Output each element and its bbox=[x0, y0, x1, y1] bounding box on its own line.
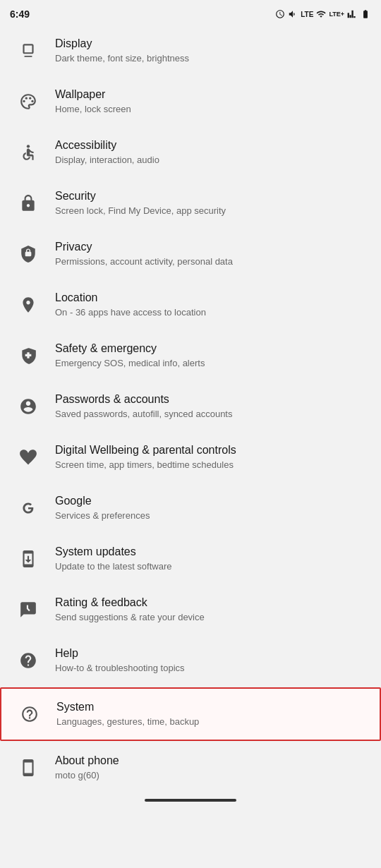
item-text-passwords: Passwords & accounts Saved passwords, au… bbox=[55, 392, 368, 421]
item-subtitle-location: On - 36 apps have access to location bbox=[55, 307, 368, 319]
item-subtitle-rating: Send suggestions & rate your device bbox=[55, 612, 368, 624]
settings-item-location[interactable]: Location On - 36 apps have access to loc… bbox=[0, 279, 381, 330]
system-updates-icon bbox=[13, 543, 44, 574]
settings-item-rating[interactable]: Rating & feedback Send suggestions & rat… bbox=[0, 584, 381, 635]
lte-icon: LTE bbox=[301, 11, 313, 18]
item-title-passwords: Passwords & accounts bbox=[55, 392, 368, 407]
settings-item-display[interactable]: Display Dark theme, font size, brightnes… bbox=[0, 25, 381, 76]
item-text-security: Security Screen lock, Find My Device, ap… bbox=[55, 189, 368, 217]
item-title-system: System bbox=[56, 700, 367, 715]
item-title-digital-wellbeing: Digital Wellbeing & parental controls bbox=[55, 443, 368, 458]
item-title-display: Display bbox=[55, 37, 368, 52]
item-text-location: Location On - 36 apps have access to loc… bbox=[55, 291, 368, 319]
status-time: 6:49 bbox=[10, 8, 30, 20]
alarm-icon bbox=[275, 9, 285, 19]
accessibility-icon bbox=[13, 137, 44, 168]
item-subtitle-system: Languages, gestures, time, backup bbox=[56, 716, 367, 728]
status-bar: 6:49 LTE LTE+ bbox=[0, 0, 381, 25]
help-icon bbox=[13, 645, 44, 676]
wellbeing-icon bbox=[13, 442, 44, 473]
item-subtitle-help: How-to & troubleshooting topics bbox=[55, 663, 368, 675]
item-title-about-phone: About phone bbox=[55, 754, 368, 768]
item-text-about-phone: About phone moto g(60) bbox=[55, 754, 368, 782]
settings-item-digital-wellbeing[interactable]: Digital Wellbeing & parental controls Sc… bbox=[0, 432, 381, 483]
settings-item-google[interactable]: Google Services & preferences bbox=[0, 483, 381, 534]
svg-point-2 bbox=[25, 97, 28, 100]
item-title-system-updates: System updates bbox=[55, 545, 368, 560]
settings-item-system[interactable]: System Languages, gestures, time, backup bbox=[0, 687, 381, 741]
item-subtitle-passwords: Saved passwords, autofill, synced accoun… bbox=[55, 409, 368, 421]
settings-item-about-phone[interactable]: About phone moto g(60) bbox=[0, 742, 381, 793]
item-subtitle-google: Services & preferences bbox=[55, 510, 368, 522]
safety-icon bbox=[13, 340, 44, 371]
item-title-safety: Safety & emergency bbox=[55, 342, 368, 356]
item-text-wallpaper: Wallpaper Home, lock screen bbox=[55, 88, 368, 116]
item-text-rating: Rating & feedback Send suggestions & rat… bbox=[55, 596, 368, 624]
item-text-safety: Safety & emergency Emergency SOS, medica… bbox=[55, 342, 368, 370]
settings-item-system-updates[interactable]: System updates Update to the latest soft… bbox=[0, 534, 381, 584]
item-subtitle-wallpaper: Home, lock screen bbox=[55, 104, 368, 116]
status-icons: LTE LTE+ bbox=[275, 9, 371, 19]
item-subtitle-system-updates: Update to the latest software bbox=[55, 561, 368, 573]
item-title-security: Security bbox=[55, 189, 368, 204]
item-subtitle-privacy: Permissions, account activity, personal … bbox=[55, 256, 368, 268]
system-icon bbox=[14, 699, 45, 730]
security-icon bbox=[13, 188, 44, 219]
item-title-help: Help bbox=[55, 646, 368, 661]
item-subtitle-digital-wellbeing: Screen time, app timers, bedtime schedul… bbox=[55, 459, 368, 471]
item-text-help: Help How-to & troubleshooting topics bbox=[55, 646, 368, 675]
item-subtitle-safety: Emergency SOS, medical info, alerts bbox=[55, 358, 368, 370]
settings-item-privacy[interactable]: Privacy Permissions, account activity, p… bbox=[0, 229, 381, 279]
settings-item-security[interactable]: Security Screen lock, Find My Device, ap… bbox=[0, 178, 381, 229]
item-subtitle-about-phone: moto g(60) bbox=[55, 770, 368, 782]
item-subtitle-display: Dark theme, font size, brightness bbox=[55, 53, 368, 65]
display-icon bbox=[13, 35, 44, 66]
passwords-icon bbox=[13, 391, 44, 422]
svg-point-1 bbox=[23, 100, 25, 102]
item-text-digital-wellbeing: Digital Wellbeing & parental controls Sc… bbox=[55, 443, 368, 471]
signal-icon bbox=[347, 9, 357, 19]
settings-item-wallpaper[interactable]: Wallpaper Home, lock screen bbox=[0, 76, 381, 127]
item-title-privacy: Privacy bbox=[55, 240, 368, 255]
battery-icon bbox=[360, 9, 371, 19]
settings-item-help[interactable]: Help How-to & troubleshooting topics bbox=[0, 635, 381, 686]
google-icon bbox=[13, 493, 44, 524]
svg-point-4 bbox=[31, 100, 33, 102]
about-icon bbox=[13, 752, 44, 783]
item-text-accessibility: Accessibility Display, interaction, audi… bbox=[55, 138, 368, 167]
wallpaper-icon bbox=[13, 86, 44, 117]
item-title-rating: Rating & feedback bbox=[55, 596, 368, 610]
item-text-display: Display Dark theme, font size, brightnes… bbox=[55, 37, 368, 65]
privacy-icon bbox=[13, 239, 44, 270]
item-subtitle-accessibility: Display, interaction, audio bbox=[55, 155, 368, 167]
settings-item-safety[interactable]: Safety & emergency Emergency SOS, medica… bbox=[0, 330, 381, 381]
item-text-system: System Languages, gestures, time, backup bbox=[56, 700, 367, 728]
item-title-location: Location bbox=[55, 291, 368, 306]
item-title-wallpaper: Wallpaper bbox=[55, 88, 368, 102]
wifi-icon bbox=[316, 9, 326, 19]
item-text-google: Google Services & preferences bbox=[55, 494, 368, 522]
settings-item-accessibility[interactable]: Accessibility Display, interaction, audi… bbox=[0, 127, 381, 178]
rating-icon bbox=[13, 594, 44, 625]
svg-point-5 bbox=[27, 145, 30, 147]
item-subtitle-security: Screen lock, Find My Device, app securit… bbox=[55, 205, 368, 217]
settings-list: Display Dark theme, font size, brightnes… bbox=[0, 25, 381, 793]
lte-plus-icon: LTE+ bbox=[329, 11, 344, 18]
location-icon bbox=[13, 289, 44, 320]
volume-icon bbox=[288, 9, 298, 19]
settings-item-passwords[interactable]: Passwords & accounts Saved passwords, au… bbox=[0, 381, 381, 432]
nav-indicator bbox=[145, 799, 236, 802]
svg-point-3 bbox=[29, 97, 31, 100]
item-text-system-updates: System updates Update to the latest soft… bbox=[55, 545, 368, 573]
item-title-google: Google bbox=[55, 494, 368, 509]
item-title-accessibility: Accessibility bbox=[55, 138, 368, 153]
item-text-privacy: Privacy Permissions, account activity, p… bbox=[55, 240, 368, 268]
